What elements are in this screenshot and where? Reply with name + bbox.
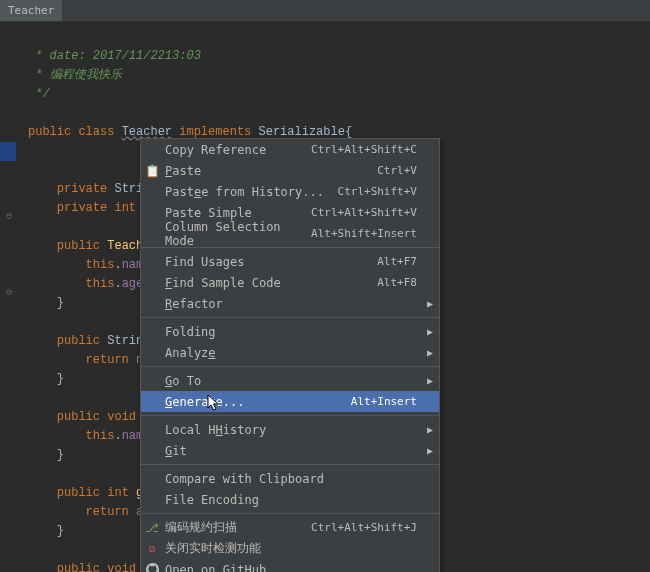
menu-generate[interactable]: Generate... Alt+Insert	[141, 391, 439, 412]
menu-compare-clipboard[interactable]: Compare with Clipboard	[141, 468, 439, 489]
menu-separator	[141, 464, 439, 465]
gutter: ⊖ ⊖	[0, 28, 22, 572]
disable-icon: ⊘	[145, 542, 159, 556]
menu-open-github[interactable]: Open on GitHub	[141, 559, 439, 572]
menu-close-realtime[interactable]: ⊘ 关闭实时检测功能	[141, 538, 439, 559]
editor-context-menu: Copy Reference Ctrl+Alt+Shift+C 📋 Paste …	[140, 138, 440, 572]
menu-go-to[interactable]: Go To ▶	[141, 370, 439, 391]
editor-tab-teacher[interactable]: Teacher	[0, 0, 62, 21]
scan-icon: ⎇	[145, 521, 159, 535]
menu-paste[interactable]: 📋 Paste Ctrl+V	[141, 160, 439, 181]
fold-marker-icon[interactable]: ⊖	[6, 207, 12, 226]
chevron-right-icon: ▶	[427, 445, 433, 456]
tab-title: Teacher	[8, 4, 54, 17]
menu-copy-reference[interactable]: Copy Reference Ctrl+Alt+Shift+C	[141, 139, 439, 160]
menu-separator	[141, 415, 439, 416]
github-icon	[145, 563, 159, 573]
menu-analyze[interactable]: Analyze ▶	[141, 342, 439, 363]
menu-separator	[141, 317, 439, 318]
menu-git[interactable]: Git ▶	[141, 440, 439, 461]
menu-separator	[141, 513, 439, 514]
menu-file-encoding[interactable]: File Encoding	[141, 489, 439, 510]
menu-column-selection[interactable]: Column Selection Mode Alt+Shift+Insert	[141, 223, 439, 244]
menu-code-scan[interactable]: ⎇ 编码规约扫描 Ctrl+Alt+Shift+J	[141, 517, 439, 538]
fold-marker-icon[interactable]: ⊖	[6, 283, 12, 302]
menu-separator	[141, 366, 439, 367]
chevron-right-icon: ▶	[427, 326, 433, 337]
menu-paste-from-history[interactable]: Pastee from History... Ctrl+Shift+V	[141, 181, 439, 202]
menu-local-history[interactable]: Local HHistory ▶	[141, 419, 439, 440]
chevron-right-icon: ▶	[427, 424, 433, 435]
menu-refactor[interactable]: Refactor ▶	[141, 293, 439, 314]
menu-folding[interactable]: Folding ▶	[141, 321, 439, 342]
chevron-right-icon: ▶	[427, 347, 433, 358]
menu-find-sample-code[interactable]: Find Sample Code Alt+F8	[141, 272, 439, 293]
chevron-right-icon: ▶	[427, 375, 433, 386]
editor-tab-bar: Teacher	[0, 0, 650, 22]
paste-icon: 📋	[145, 164, 159, 178]
menu-find-usages[interactable]: Find Usages Alt+F7	[141, 251, 439, 272]
chevron-right-icon: ▶	[427, 298, 433, 309]
